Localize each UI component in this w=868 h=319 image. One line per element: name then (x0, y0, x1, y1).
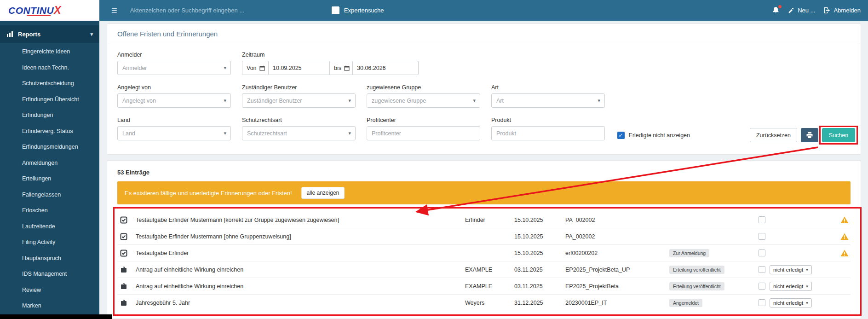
date-from-input[interactable]: 10.09.2025 (269, 61, 330, 75)
row-reference[interactable]: EP2025_ProjektBeta (565, 283, 669, 290)
row-reference[interactable]: erf00200202 (565, 250, 669, 256)
alert-banner: Es existieren fällige und unerledigte Er… (117, 181, 851, 204)
row-reference[interactable]: PA_002002 (565, 217, 669, 223)
art-label: Art (491, 84, 605, 91)
row-checkbox[interactable] (759, 216, 765, 223)
row-badge-slot: Erteilung veröffentlicht (669, 267, 759, 273)
row-title[interactable]: Testaufgabe Erfinder Mustermann [korrekt… (136, 217, 465, 223)
sidebar-item-review[interactable]: Review (0, 282, 99, 298)
status-dropdown[interactable]: nicht erledigt▾ (770, 298, 812, 307)
sidebar-item-anmeldungen[interactable]: Anmeldungen (0, 155, 99, 171)
row-checkbox[interactable] (759, 266, 765, 273)
angelegt-von-label: Angelegt von (117, 84, 231, 91)
logo-underline (27, 15, 51, 16)
sidebar-item-schutzentscheidung[interactable]: Schutzentscheidung (0, 75, 99, 92)
task-check-icon (117, 249, 136, 257)
sidebar-item-erloschen[interactable]: Erloschen (0, 203, 99, 219)
sidebar-item-erfindungsmeldungen[interactable]: Erfindungsmeldungen (0, 139, 99, 155)
caret-down-icon: ▾ (348, 130, 351, 136)
sidebar-item-filing-activity[interactable]: Filing Activity (0, 234, 99, 250)
field-zugewiesene-gruppe: zugewiesene Gruppe zugewiesene Gruppe ▾ (367, 84, 480, 108)
row-checkbox[interactable] (759, 299, 765, 306)
briefcase-icon (117, 299, 136, 307)
date-to-input[interactable]: 30.06.2026 (353, 61, 419, 75)
status-badge: Erteilung veröffentlicht (669, 282, 724, 290)
sidebar-item-laufzeitende[interactable]: Laufzeitende (0, 219, 99, 235)
row-person: Erfinder (465, 217, 514, 223)
status-badge: Angemeldet (669, 299, 702, 307)
caret-down-icon: ▾ (806, 267, 808, 272)
field-profitcenter: Profitcenter (367, 117, 480, 140)
sidebar-item-ideen-nach-techn[interactable]: Ideen nach Techn. (0, 60, 99, 76)
anmelder-label: Anmelder (117, 52, 231, 58)
global-search-input[interactable] (129, 6, 276, 14)
results-card: 53 Einträge Es existieren fällige und un… (107, 160, 861, 319)
sidebar-item-marken[interactable]: Marken (0, 298, 99, 314)
sidebar-item-ids-management[interactable]: IDS Management (0, 266, 99, 282)
table-row[interactable]: Antrag auf einheitliche Wirkung einreich… (117, 261, 851, 278)
zugewiesene-gruppe-label: zugewiesene Gruppe (367, 84, 480, 91)
row-title[interactable]: Testaufgabe Erfinder Mustermann [ohne Gr… (136, 233, 465, 240)
content-area: Offene Fristen und Erinnerungen Anmelder… (99, 21, 868, 319)
checked-checkbox-icon[interactable]: ✓ (617, 132, 625, 139)
zeitraum-label: Zeitraum (242, 52, 480, 58)
row-reference[interactable]: 20230001EP_IT (565, 300, 669, 306)
row-checkbox[interactable] (759, 283, 765, 290)
table-row[interactable]: Jahresgebühr 5. Jahr Weyers 31.12.2025 2… (117, 295, 851, 311)
zugewiesene-gruppe-select[interactable]: zugewiesene Gruppe ▾ (367, 93, 480, 108)
table-row[interactable]: Antrag auf einheitliche Wirkung einreich… (117, 278, 851, 295)
table-row[interactable]: Testaufgabe Erfinder 15.10.2025 erf00200… (117, 245, 851, 261)
main-area: ≡ Expertensuche Neu ... (99, 0, 868, 319)
reset-button[interactable]: Zurücksetzen (750, 128, 797, 142)
row-badge-slot: Erteilung veröffentlicht (669, 283, 759, 290)
new-button[interactable]: Neu ... (788, 7, 815, 14)
row-badge-slot: Angemeldet (669, 300, 759, 306)
row-title[interactable]: Antrag auf einheitliche Wirkung einreich… (136, 283, 465, 290)
row-checkbox[interactable] (759, 233, 765, 240)
print-button[interactable] (801, 128, 818, 142)
row-date: 03.11.2025 (514, 283, 565, 290)
angelegt-von-select[interactable]: Angelegt von ▾ (117, 93, 231, 108)
art-select[interactable]: Art ▾ (491, 93, 605, 108)
anmelder-select[interactable]: Anmelder ▾ (117, 61, 231, 75)
briefcase-icon (117, 266, 136, 273)
page-title: Offene Fristen und Erinnerungen (107, 24, 861, 44)
row-title[interactable]: Antrag auf einheitliche Wirkung einreich… (136, 267, 465, 273)
expertensuche-toggle[interactable]: Expertensuche (332, 6, 384, 14)
row-reference[interactable]: PA_002002 (565, 233, 669, 240)
status-dropdown[interactable]: nicht erledigt▾ (770, 282, 812, 291)
logout-button[interactable]: Abmelden (823, 7, 861, 14)
row-reference[interactable]: EP2025_ProjektBeta_UP (565, 267, 669, 273)
hamburger-menu-icon[interactable]: ≡ (111, 6, 117, 16)
erledigte-toggle[interactable]: ✓ Erledigte nicht anzeigen (617, 132, 690, 139)
show-all-button[interactable]: alle anzeigen (301, 187, 345, 199)
sidebar-item-erfinderverg-status[interactable]: Erfinderverg. Status (0, 123, 99, 139)
briefcase-icon (117, 283, 136, 290)
profitcenter-input[interactable] (367, 126, 480, 140)
sidebar-item-hauptanspruch[interactable]: Hauptanspruch (0, 250, 99, 267)
status-dropdown[interactable]: nicht erledigt▾ (770, 265, 812, 274)
notifications-bell-icon[interactable] (772, 6, 780, 14)
expertensuche-checkbox[interactable] (332, 6, 339, 14)
sidebar-item-fallengelassen[interactable]: Fallengelassen (0, 187, 99, 203)
zustaendiger-benutzer-select[interactable]: Zuständiger Benutzer ▾ (242, 93, 356, 108)
table-row[interactable]: Testaufgabe Erfinder Mustermann [ohne Gr… (117, 228, 851, 245)
schutzrechtsart-select[interactable]: Schutzrechtsart ▾ (242, 126, 356, 140)
row-title[interactable]: Jahresgebühr 5. Jahr (136, 300, 465, 306)
search-button[interactable]: Suchen (822, 128, 855, 142)
row-checkbox[interactable] (759, 249, 765, 256)
sidebar-item-erfindungen-uebersicht[interactable]: Erfindungen Übersicht (0, 92, 99, 108)
sidebar-item-erfindungen[interactable]: Erfindungen (0, 107, 99, 123)
sidebar-section-reports[interactable]: Reports ▾ (0, 25, 99, 43)
logo-text: CONTINU (8, 5, 54, 16)
logo[interactable]: CONTINUX (0, 0, 99, 21)
row-title[interactable]: Testaufgabe Erfinder (136, 250, 465, 256)
land-select[interactable]: Land ▾ (117, 126, 231, 140)
row-date: 15.10.2025 (514, 217, 565, 223)
caret-down-icon: ▾ (598, 98, 600, 104)
produkt-input[interactable] (491, 126, 605, 140)
table-row[interactable]: Testaufgabe Erfinder Mustermann [korrekt… (117, 212, 851, 228)
sidebar-item-erteilungen[interactable]: Erteilungen (0, 171, 99, 187)
status-badge: Zur Anmeldung (669, 249, 709, 257)
sidebar-item-eingereichte-ideen[interactable]: Eingereichte Ideen (0, 44, 99, 60)
